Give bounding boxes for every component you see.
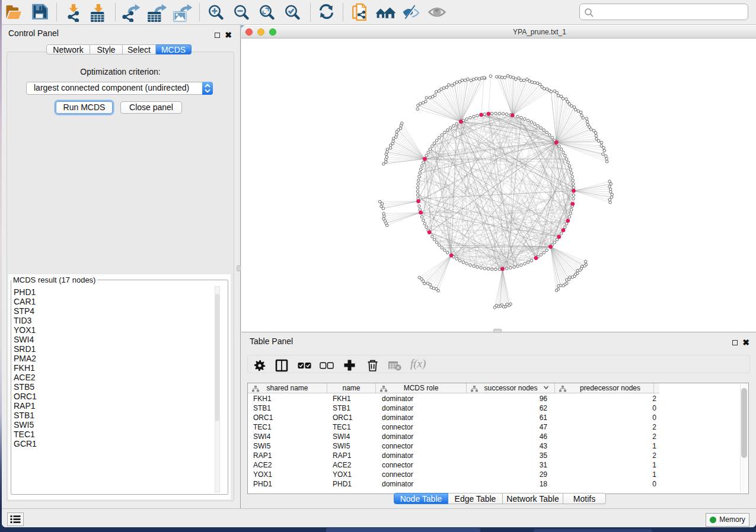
svg-text:f(x): f(x) xyxy=(410,357,426,370)
